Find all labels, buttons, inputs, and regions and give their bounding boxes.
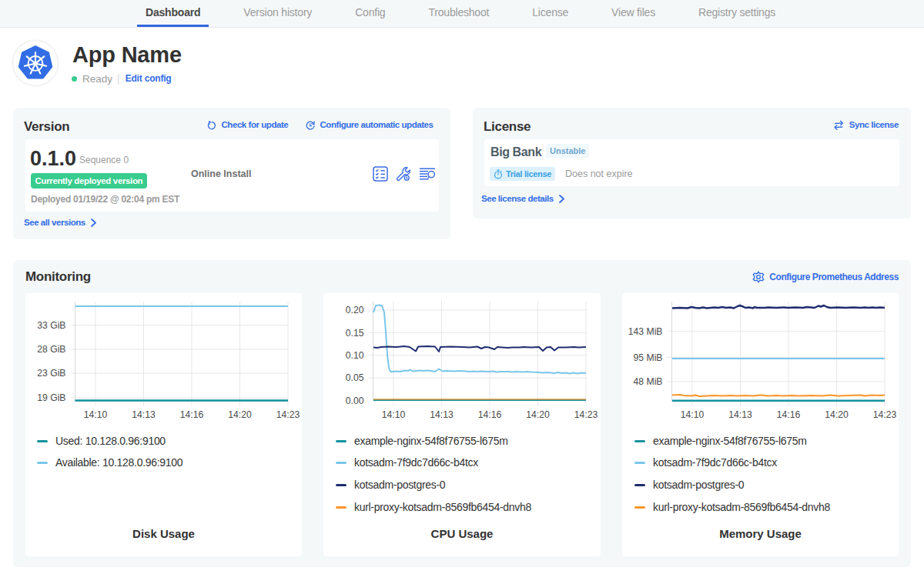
svg-text:14:20: 14:20 <box>228 409 252 420</box>
svg-text:143 MiB: 143 MiB <box>628 326 663 337</box>
svg-text:14:13: 14:13 <box>728 409 752 420</box>
svg-text:14:20: 14:20 <box>825 409 849 420</box>
svg-text:14:16: 14:16 <box>180 409 204 420</box>
svg-text:33 GiB: 33 GiB <box>37 320 65 331</box>
svg-text:14:23: 14:23 <box>276 409 300 420</box>
svg-text:23 GiB: 23 GiB <box>37 368 65 379</box>
svg-text:28 GiB: 28 GiB <box>37 344 65 355</box>
svg-text:14:10: 14:10 <box>84 409 108 420</box>
svg-text:14:16: 14:16 <box>777 409 801 420</box>
svg-text:0.00: 0.00 <box>346 395 364 406</box>
svg-text:0.15: 0.15 <box>346 328 364 339</box>
svg-text:14:23: 14:23 <box>574 409 598 420</box>
svg-text:48 MiB: 48 MiB <box>634 376 663 387</box>
svg-text:0.05: 0.05 <box>346 372 364 383</box>
svg-text:19 GiB: 19 GiB <box>37 392 65 403</box>
svg-text:14:20: 14:20 <box>526 409 550 420</box>
svg-text:95 MiB: 95 MiB <box>634 352 663 363</box>
svg-text:14:23: 14:23 <box>873 409 897 420</box>
svg-text:14:13: 14:13 <box>430 409 454 420</box>
svg-text:14:16: 14:16 <box>478 409 502 420</box>
svg-text:0.10: 0.10 <box>346 350 364 361</box>
svg-text:14:13: 14:13 <box>132 409 156 420</box>
svg-text:0.20: 0.20 <box>346 305 364 315</box>
svg-text:14:10: 14:10 <box>382 409 406 420</box>
svg-text:14:10: 14:10 <box>681 409 705 420</box>
